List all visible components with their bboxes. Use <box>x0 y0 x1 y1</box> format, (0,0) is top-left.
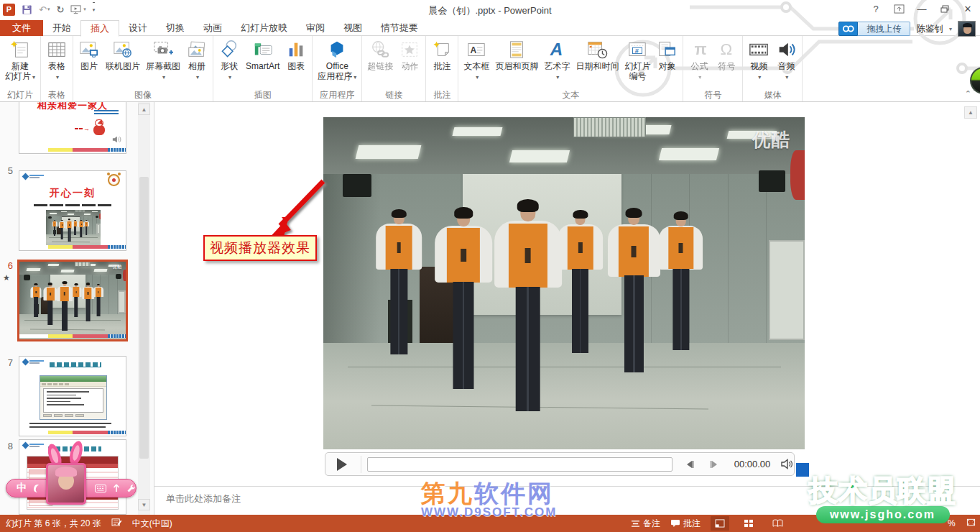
ribbon-tab-row: 文件开始插入设计切换动画幻灯片放映审阅视图情节提要 拖拽上传 陈鉴钊 ▾ <box>0 20 980 36</box>
ime-keyboard-icon[interactable] <box>95 485 106 492</box>
ribbon-button-屏幕截图[interactable]: 屏幕截图▾ <box>143 37 183 90</box>
ime-language-mode[interactable]: 中 <box>17 482 27 495</box>
frame-back-button[interactable] <box>684 459 695 469</box>
restore-button[interactable] <box>935 1 954 17</box>
ribbon-group-label: 链接 <box>364 90 423 101</box>
ribbon-button-SmartArt[interactable]: SmartArt <box>243 37 282 90</box>
tab-视图[interactable]: 视图 <box>334 20 371 36</box>
thumbnail-scroll-down[interactable]: ▼ <box>138 499 150 510</box>
slide-8-number: 8 <box>0 441 13 451</box>
notes-toggle[interactable]: 备注 <box>631 518 660 530</box>
slide-4-subtitle <box>94 110 119 116</box>
user-name[interactable]: 陈鉴钊 <box>916 23 943 35</box>
ribbon-button-label: 表格 <box>48 61 65 71</box>
ribbon-button-label2: ▾ <box>161 71 165 83</box>
slide-4-thumbnail[interactable]: 相亲相爱一家人 → <box>19 102 126 154</box>
main-scroll-up[interactable]: ▲ <box>964 106 977 119</box>
thumbnail-scroll-thumb[interactable] <box>139 177 149 459</box>
ribbon-button-相册[interactable]: 相册▾ <box>183 37 211 90</box>
ribbon-button-批注[interactable]: 批注 <box>428 37 456 90</box>
video-object[interactable]: 优酷 <box>323 117 805 449</box>
comment-icon <box>431 38 453 61</box>
dialog-screenshot <box>40 375 107 420</box>
online-picture-icon <box>112 38 134 61</box>
frame-forward-button[interactable] <box>708 459 720 469</box>
powerpoint-window: P ↶▾ ↻ ▾ ▾ 晨会（钊）.pptx - PowerPoint ? — ✕ <box>0 0 980 532</box>
tab-审阅[interactable]: 审阅 <box>297 20 334 36</box>
ribbon-button-label: 文本框 <box>463 61 489 71</box>
slide-5-thumbnail[interactable]: 开心一刻 <box>19 170 126 251</box>
person-silhouette <box>555 210 605 355</box>
slide-editing-area[interactable]: 优酷 视频播放器效果 00:00.00 ▲ <box>154 102 980 486</box>
person-silhouette <box>606 208 662 375</box>
ribbon-button-label: 页眉和页脚 <box>495 61 538 71</box>
language-indicator[interactable]: 中文(中国) <box>132 518 172 530</box>
progress-bar[interactable] <box>367 457 672 472</box>
sound-icon <box>111 134 121 147</box>
person-silhouette <box>70 283 82 317</box>
ribbon-button-形状[interactable]: 形状▾ <box>216 37 243 90</box>
svg-text:A: A <box>471 45 477 55</box>
ribbon-button-日期和时间[interactable]: 日期和时间 <box>573 37 621 90</box>
ribbon-button-新建幻灯片[interactable]: 新建幻灯片▾ <box>2 37 38 90</box>
slide-5-video-image <box>46 210 101 246</box>
tab-幻灯片放映[interactable]: 幻灯片放映 <box>231 20 297 36</box>
dropdown-arrow-icon: ▾ <box>162 74 165 81</box>
ribbon-button-页眉和页脚[interactable]: 页眉和页脚 <box>492 37 541 90</box>
person-silhouette <box>374 209 424 357</box>
user-dropdown-icon[interactable]: ▾ <box>949 26 952 32</box>
normal-view-button[interactable] <box>711 516 729 531</box>
ribbon-button-label: 超链接 <box>367 61 393 71</box>
ime-wrench-icon[interactable] <box>126 484 136 493</box>
ribbon-button-艺术字[interactable]: A艺术字▾ <box>541 37 573 90</box>
help-button[interactable]: ? <box>866 1 885 17</box>
tab-设计[interactable]: 设计 <box>119 20 157 36</box>
ime-fullhalf-icon[interactable] <box>33 483 42 492</box>
user-avatar[interactable] <box>958 21 976 37</box>
ribbon-button-label2: ▾ <box>697 71 701 83</box>
ribbon-button-联机图片[interactable]: 联机图片 <box>103 37 143 90</box>
new-slide-icon <box>9 38 31 61</box>
dropdown-arrow-icon: ▾ <box>228 74 231 81</box>
ribbon-button-Office应用程序[interactable]: Office应用程序▾ <box>315 37 359 90</box>
comments-toggle[interactable]: 批注 <box>670 518 701 530</box>
ribbon-button-幻灯片编号[interactable]: #幻灯片编号 <box>621 37 653 90</box>
ribbon-button-视频[interactable]: 视频▾ <box>745 37 772 90</box>
minimize-button[interactable]: — <box>912 1 931 17</box>
svg-text:Ω: Ω <box>721 40 733 58</box>
fit-slide-button[interactable] <box>966 518 976 529</box>
callout-label[interactable]: 视频播放器效果 <box>203 235 317 261</box>
shapes-icon <box>218 38 240 61</box>
tab-开始[interactable]: 开始 <box>43 20 80 36</box>
ribbon-button-label2: ▾ <box>227 71 231 83</box>
tab-文件[interactable]: 文件 <box>0 20 43 36</box>
reading-view-button[interactable] <box>768 516 787 531</box>
tab-动画[interactable]: 动画 <box>194 20 231 36</box>
ribbon-button-文本框[interactable]: A文本框▾ <box>461 37 492 90</box>
dropdown-arrow-icon: ▾ <box>556 74 559 81</box>
play-button[interactable] <box>337 458 353 471</box>
tab-情节提要[interactable]: 情节提要 <box>371 20 427 36</box>
close-button[interactable]: ✕ <box>958 1 977 17</box>
ribbon-button-图表[interactable]: 图表 <box>282 37 310 90</box>
slide-7-thumbnail[interactable] <box>19 356 126 436</box>
mute-button[interactable] <box>780 459 793 469</box>
ribbon-button-表格[interactable]: 表格▾ <box>43 37 70 90</box>
ribbon-button-图片[interactable]: 图片 <box>75 37 103 90</box>
ribbon-display-options-button[interactable] <box>889 1 908 17</box>
ribbon-button-动作: 动作 <box>396 37 423 90</box>
proofing-icon[interactable] <box>111 518 122 529</box>
ime-toolbox-icon[interactable] <box>112 484 121 492</box>
slide-6-animation-indicator[interactable]: ★ <box>3 273 10 283</box>
slide-sorter-view-button[interactable] <box>739 516 758 531</box>
drag-upload[interactable]: 拖拽上传 <box>838 22 910 36</box>
ribbon-button-label2: 编号 <box>629 71 646 81</box>
slide-6-thumbnail-selected[interactable]: 优酷 <box>17 260 128 341</box>
ribbon-button-label: 形状 <box>221 61 238 71</box>
tab-切换[interactable]: 切换 <box>157 20 194 36</box>
thumbnail-scroll-up[interactable]: ▲ <box>138 104 150 115</box>
ribbon-button-音频[interactable]: 音频▾ <box>772 37 800 90</box>
collapse-ribbon-button[interactable]: ⌃ <box>965 89 971 98</box>
tab-插入[interactable]: 插入 <box>80 20 119 37</box>
ribbon-button-对象[interactable]: 对象 <box>653 37 680 90</box>
